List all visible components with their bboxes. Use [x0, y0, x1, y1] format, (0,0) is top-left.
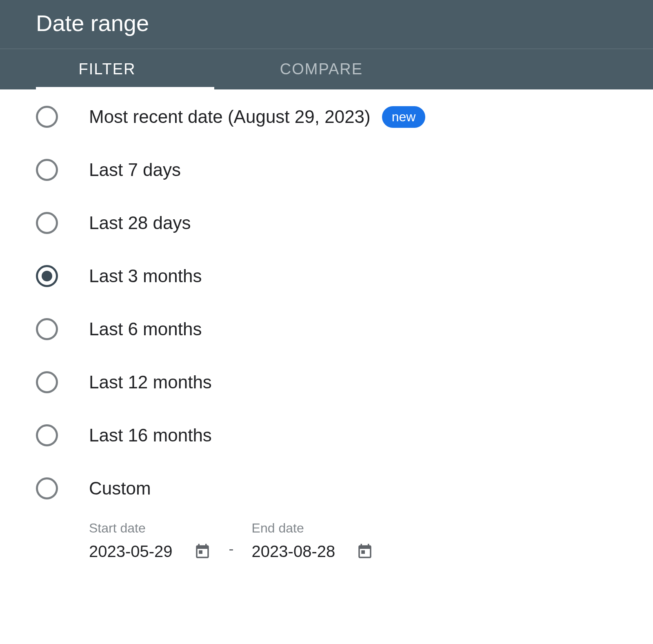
radio-icon — [36, 212, 58, 234]
svg-rect-0 — [199, 550, 202, 554]
radio-icon — [36, 477, 58, 499]
option-last-28-days[interactable]: Last 28 days — [36, 212, 617, 234]
svg-rect-1 — [361, 550, 365, 554]
radio-icon — [36, 318, 58, 340]
option-last-12-months[interactable]: Last 12 months — [36, 371, 617, 393]
option-label: Last 6 months — [89, 319, 202, 339]
option-last-6-months[interactable]: Last 6 months — [36, 318, 617, 340]
option-last-16-months[interactable]: Last 16 months — [36, 424, 617, 446]
date-range-options: Most recent date (August 29, 2023) new L… — [0, 89, 653, 561]
radio-icon — [36, 159, 58, 181]
start-date-field: Start date 2023-05-29 — [89, 521, 211, 561]
option-last-7-days[interactable]: Last 7 days — [36, 159, 617, 181]
option-label: Last 12 months — [89, 372, 212, 392]
start-date-input[interactable]: 2023-05-29 — [89, 542, 211, 561]
dialog-title: Date range — [0, 0, 653, 49]
end-date-input[interactable]: 2023-08-28 — [252, 542, 374, 561]
tab-bar: FILTER COMPARE — [0, 49, 653, 89]
custom-date-range: Start date 2023-05-29 - End date 2023-08… — [89, 521, 617, 561]
option-most-recent[interactable]: Most recent date (August 29, 2023) new — [36, 106, 617, 128]
end-date-label: End date — [252, 521, 374, 536]
start-date-label: Start date — [89, 521, 211, 536]
radio-icon — [36, 371, 58, 393]
new-badge: new — [382, 106, 426, 128]
option-custom[interactable]: Custom — [36, 477, 617, 499]
radio-icon — [36, 424, 58, 446]
tab-filter[interactable]: FILTER — [0, 49, 214, 89]
option-label: Last 28 days — [89, 213, 191, 233]
radio-icon — [36, 106, 58, 128]
date-range-separator: - — [224, 540, 239, 557]
radio-icon-selected — [36, 265, 58, 287]
option-label: Last 16 months — [89, 425, 212, 446]
end-date-value: 2023-08-28 — [252, 542, 335, 561]
dialog-header: Date range FILTER COMPARE — [0, 0, 653, 89]
tab-compare[interactable]: COMPARE — [214, 49, 429, 89]
start-date-value: 2023-05-29 — [89, 542, 173, 561]
calendar-icon — [194, 543, 211, 560]
option-label: Last 3 months — [89, 266, 202, 286]
option-label: Custom — [89, 478, 151, 499]
option-label: Last 7 days — [89, 160, 181, 180]
option-label: Most recent date (August 29, 2023) new — [89, 106, 425, 128]
option-text: Most recent date (August 29, 2023) — [89, 107, 371, 127]
end-date-field: End date 2023-08-28 — [252, 521, 374, 561]
calendar-icon — [356, 543, 373, 560]
option-last-3-months[interactable]: Last 3 months — [36, 265, 617, 287]
